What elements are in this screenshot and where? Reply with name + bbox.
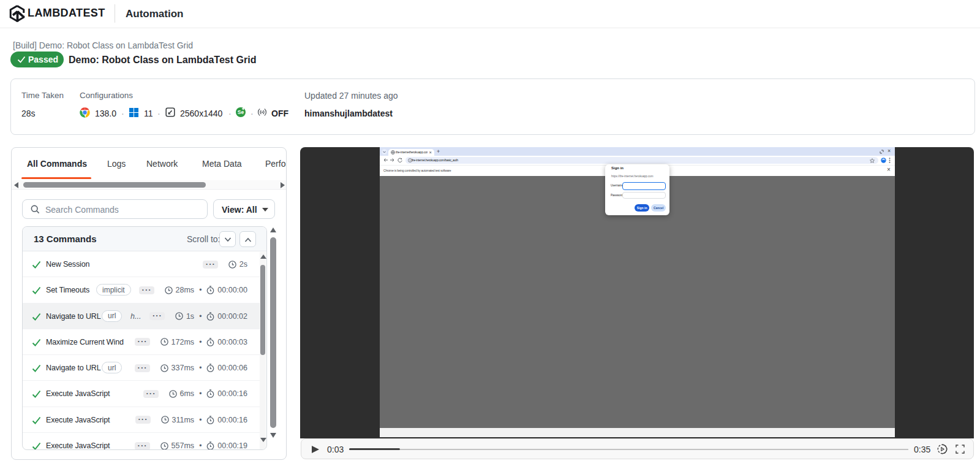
svg-text:Se: Se xyxy=(238,109,244,115)
